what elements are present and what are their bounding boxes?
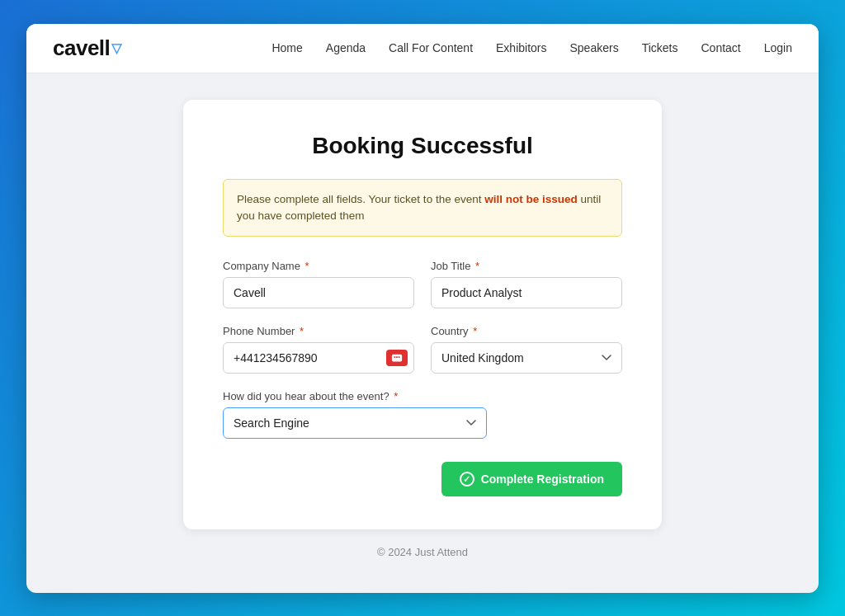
country-group: Country * United Kingdom United States G… [431,325,622,374]
nav-exhibitors[interactable]: Exhibitors [496,41,546,54]
company-name-input[interactable] [223,277,414,308]
page-content: Booking Successful Please complete all f… [26,73,819,593]
page-footer: © 2024 Just Attend [377,546,468,558]
how-heard-row: How did you hear about the event? * Sear… [223,390,622,439]
company-name-label: Company Name * [223,260,414,272]
phone-icon [391,352,403,364]
phone-label: Phone Number * [223,325,414,337]
form-row-2: Phone Number * [223,325,622,374]
how-heard-label: How did you hear about the event? * [223,390,487,402]
how-heard-group: How did you hear about the event? * Sear… [223,390,487,439]
company-name-group: Company Name * [223,260,414,308]
phone-group: Phone Number * [223,325,414,374]
nav-home[interactable]: Home [271,41,302,54]
nav-tickets[interactable]: Tickets [642,41,678,54]
warning-text-1: Please complete all fields. Your ticket … [237,193,484,205]
job-title-label: Job Title * [431,260,622,272]
svg-rect-1 [394,356,396,358]
country-label: Country * [431,325,622,337]
form-card: Booking Successful Please complete all f… [183,100,662,530]
phone-wrapper [223,342,414,374]
svg-rect-2 [396,356,398,358]
submit-row: Complete Registration [223,462,622,496]
phone-required: * [296,325,304,337]
warning-bold: will not be issued [484,193,578,205]
svg-rect-3 [399,356,400,358]
page-title: Booking Successful [223,133,622,159]
nav-contact[interactable]: Contact [701,41,740,54]
complete-registration-button[interactable]: Complete Registration [441,462,622,496]
how-heard-select[interactable]: Search Engine Social Media Email Word of… [223,407,487,439]
job-title-input[interactable] [431,277,622,308]
nav-speakers[interactable]: Speakers [570,41,619,54]
job-title-required: * [472,260,479,272]
nav-agenda[interactable]: Agenda [326,41,366,54]
nav-links: Home Agenda Call For Content Exhibitors … [271,40,792,55]
company-name-required: * [302,260,309,272]
job-title-group: Job Title * [431,260,622,308]
how-heard-required: * [391,390,399,402]
check-icon [460,472,474,487]
nav-login[interactable]: Login [764,41,792,54]
phone-clear-button[interactable] [386,350,408,366]
country-select[interactable]: United Kingdom United States Germany Fra… [431,342,622,374]
nav-call-for-content[interactable]: Call For Content [389,41,473,54]
form-row-1: Company Name * Job Title * [223,260,622,308]
logo[interactable]: cavell▽ [53,35,121,61]
logo-icon: ▽ [111,40,121,56]
submit-label: Complete Registration [481,473,604,486]
country-required: * [470,325,478,337]
footer-text: © 2024 Just Attend [377,546,468,558]
logo-text: cavell [53,35,110,61]
navbar: cavell▽ Home Agenda Call For Content Exh… [26,24,819,73]
warning-banner: Please complete all fields. Your ticket … [223,179,622,237]
